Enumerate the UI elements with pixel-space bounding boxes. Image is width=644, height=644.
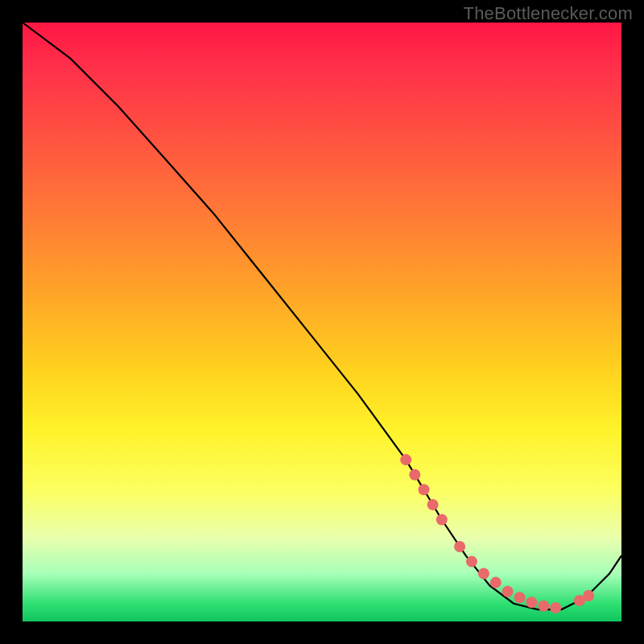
scatter-dot — [409, 469, 420, 481]
scatter-dot — [400, 454, 411, 465]
scatter-dot — [514, 592, 526, 603]
scatter-dot — [538, 601, 549, 612]
scatter-dot — [419, 484, 430, 495]
scatter-dot — [436, 514, 448, 526]
chart-svg — [23, 23, 621, 621]
scatter-dot — [583, 590, 594, 601]
watermark-text: TheBottlenecker.com — [464, 3, 633, 24]
scatter-dot — [454, 541, 465, 552]
scatter-dot — [502, 586, 514, 597]
scatter-dot — [466, 556, 477, 568]
scatter-dot — [478, 568, 489, 580]
scatter-dot — [550, 602, 561, 613]
plot-area — [23, 23, 621, 621]
chart-frame: TheBottlenecker.com — [0, 0, 644, 644]
scatter-dots — [400, 454, 594, 613]
scatter-dot — [526, 597, 537, 608]
curve-line — [23, 23, 621, 609]
scatter-dot — [490, 577, 502, 588]
scatter-dot — [427, 499, 439, 510]
